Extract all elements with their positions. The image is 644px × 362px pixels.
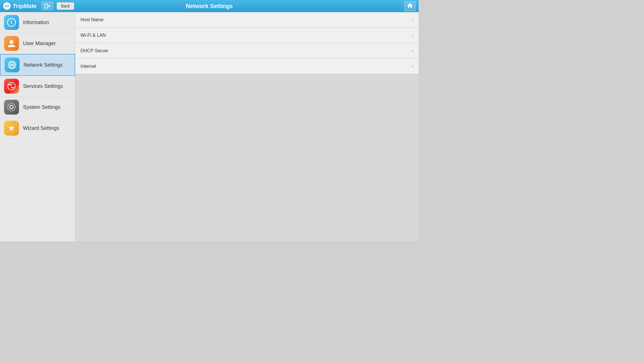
network-svg: [7, 60, 17, 70]
chevron-right-internet: ›: [412, 63, 413, 69]
sidebar-label-user-manager: User Manager: [23, 41, 56, 47]
sidebar-item-information[interactable]: i Information: [0, 12, 75, 33]
svg-point-13: [11, 64, 13, 66]
information-icon: i: [4, 15, 19, 30]
settings-row-host-name[interactable]: Host Name ›: [75, 12, 419, 28]
user-svg: [7, 38, 16, 48]
sidebar-item-wizard-settings[interactable]: Wizard Settings: [0, 118, 75, 139]
wifi-lan-label: Wi-Fi & LAN: [80, 33, 106, 38]
services-settings-icon: [4, 79, 19, 94]
header: TripMate Back Network Settings: [0, 0, 419, 12]
svg-point-1: [6, 5, 8, 7]
sidebar: i Information User Manager: [0, 12, 75, 241]
svg-rect-2: [45, 4, 48, 8]
settings-row-internet[interactable]: Internet ›: [75, 59, 419, 74]
chevron-right-wifi-lan: ›: [412, 32, 413, 38]
system-settings-icon: [4, 100, 19, 115]
sidebar-label-wizard-settings: Wizard Settings: [23, 125, 59, 131]
page-title: Network Settings: [186, 3, 233, 9]
svg-point-7: [9, 40, 14, 44]
sidebar-item-services-settings[interactable]: Services Settings: [0, 76, 75, 97]
sidebar-label-system-settings: System Settings: [23, 104, 60, 110]
user-manager-icon: [4, 36, 19, 51]
home-icon: [407, 2, 413, 9]
sidebar-label-network-settings: Network Settings: [24, 62, 63, 68]
chevron-right-host-name: ›: [412, 17, 413, 23]
sidebar-item-user-manager[interactable]: User Manager: [0, 33, 75, 54]
services-svg: [7, 81, 16, 91]
settings-row-dhcp-server[interactable]: DHCP Server ›: [75, 43, 419, 59]
logo-text: TripMate: [13, 3, 37, 9]
main-content: Host Name › Wi-Fi & LAN › DHCP Server › …: [75, 12, 419, 241]
dhcp-server-label: DHCP Server: [80, 48, 108, 53]
chevron-right-dhcp-server: ›: [412, 48, 413, 54]
svg-point-17: [10, 105, 13, 109]
svg-point-14: [8, 82, 15, 90]
sidebar-label-information: Information: [23, 20, 49, 26]
settings-list: Host Name › Wi-Fi & LAN › DHCP Server › …: [75, 12, 419, 74]
sidebar-label-services-settings: Services Settings: [23, 83, 63, 89]
wizard-svg: [7, 123, 16, 133]
back-button[interactable]: Back: [57, 2, 74, 10]
layout: i Information User Manager: [0, 12, 419, 241]
svg-point-18: [8, 103, 15, 111]
settings-row-wifi-lan[interactable]: Wi-Fi & LAN ›: [75, 28, 419, 43]
sidebar-item-network-settings[interactable]: Network Settings: [0, 54, 75, 76]
login-button[interactable]: [42, 2, 53, 10]
host-name-label: Host Name: [80, 17, 103, 22]
system-svg: [7, 102, 16, 112]
home-button[interactable]: [404, 1, 416, 11]
logo: TripMate: [0, 2, 39, 10]
internet-label: Internet: [80, 64, 96, 69]
info-svg: i: [7, 18, 16, 27]
svg-marker-4: [407, 3, 413, 8]
network-settings-icon: [5, 57, 20, 72]
sidebar-item-system-settings[interactable]: System Settings: [0, 97, 75, 118]
login-icon: [44, 3, 51, 9]
svg-text:i: i: [11, 20, 12, 25]
tripmate-logo-icon: [3, 2, 11, 10]
svg-marker-19: [8, 124, 15, 131]
wizard-settings-icon: [4, 121, 19, 136]
